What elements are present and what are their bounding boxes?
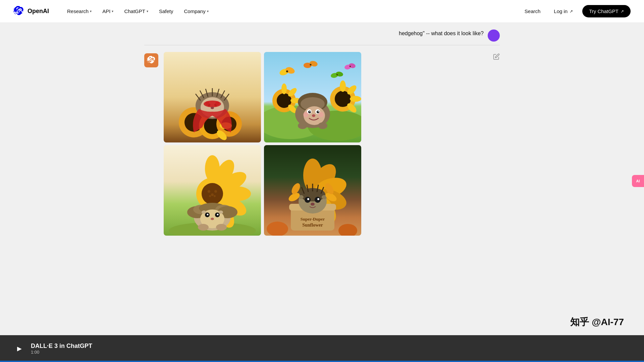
svg-point-23 [205,101,209,105]
openai-logo-icon [13,6,24,17]
chevron-down-icon: ▾ [207,9,209,13]
svg-point-121 [307,198,309,200]
svg-point-99 [216,224,227,231]
assistant-row: Super-Duper Sunflower [144,45,500,242]
image-cartoon-cute-svg [164,145,261,236]
nav-company[interactable]: Company ▾ [179,6,213,17]
nav-research-label: Research [67,8,89,14]
image-grid: Super-Duper Sunflower [164,52,362,236]
video-overlay: ▶ DALL·E 3 in ChatGPT 1:00 [0,335,644,362]
navbar-right: Search Log in ↗ Try ChatGPT ↗ [521,5,631,17]
svg-point-79 [214,190,217,193]
image-cartoon-field-svg [264,52,361,142]
external-link-icon: ↗ [570,9,573,14]
svg-point-67 [318,122,327,129]
side-floating-button[interactable]: AI [632,175,644,187]
nav-safety[interactable]: Safety [154,6,178,17]
svg-point-94 [217,214,219,216]
svg-point-65 [312,114,315,117]
svg-point-63 [303,112,309,117]
svg-point-66 [298,122,307,129]
svg-point-123 [311,203,315,206]
video-info: DALL·E 3 in ChatGPT 1:00 [31,343,92,355]
side-btn-label: AI [636,179,640,183]
logo-text: OpenAI [28,8,49,15]
chevron-down-icon: ▾ [90,9,92,13]
try-label: Try ChatGPT [589,8,619,14]
nav-api-label: API [102,8,110,14]
svg-point-106 [267,222,288,236]
search-button[interactable]: Search [521,6,545,17]
nav-research[interactable]: Research ▾ [62,6,96,17]
chatgpt-icon [147,56,156,65]
arrow-icon: ↗ [621,9,624,14]
svg-point-78 [208,190,210,193]
svg-point-95 [211,218,214,220]
svg-point-81 [209,195,211,197]
svg-point-31 [286,70,288,72]
video-title: DALL·E 3 in ChatGPT [31,343,92,350]
image-pot-svg: Super-Duper Sunflower [264,145,361,236]
chevron-down-icon: ▾ [147,9,148,13]
svg-point-93 [207,214,209,216]
watermark-text: 知乎 @AI-77 [570,316,624,328]
svg-point-24 [215,101,219,105]
image-superhero[interactable] [164,52,261,142]
play-button[interactable]: ▶ [13,343,25,355]
image-cartoon-field[interactable] [264,52,361,142]
svg-point-96 [202,210,206,214]
svg-point-49 [340,80,346,92]
svg-text:Super-Duper: Super-Duper [301,217,325,222]
nav-safety-label: Safety [159,8,173,14]
svg-point-98 [198,224,209,231]
main-content: hedgehog" -- what does it look like? [0,23,644,362]
svg-text:Sunflower: Sunflower [302,223,323,228]
nav-company-label: Company [184,8,205,14]
edit-icon [493,53,500,60]
svg-point-40 [350,66,351,67]
logo[interactable]: OpenAI [13,6,49,17]
svg-point-80 [211,193,214,196]
login-button[interactable]: Log in ↗ [550,6,577,17]
nav-links: Research ▾ API ▾ ChatGPT ▾ Safety Compan… [62,6,213,17]
svg-point-64 [318,112,324,117]
nav-chatgpt-label: ChatGPT [124,8,145,14]
user-message: hedgehog" -- what does it look like? [399,29,484,38]
svg-point-97 [218,210,223,214]
user-message-row: hedgehog" -- what does it look like? [144,23,500,45]
image-pot[interactable]: Super-Duper Sunflower [264,145,361,236]
login-label: Log in [554,8,568,14]
navbar-left: OpenAI Research ▾ API ▾ ChatGPT ▾ Safety… [13,6,213,17]
svg-point-122 [317,198,319,200]
chevron-down-icon: ▾ [112,9,113,13]
nav-api[interactable]: API ▾ [98,6,118,17]
svg-point-82 [214,195,216,197]
image-cartoon-cute[interactable] [164,145,261,236]
edit-button[interactable] [493,53,500,61]
svg-point-37 [336,74,338,75]
svg-point-43 [281,83,287,94]
try-chatgpt-button[interactable]: Try ChatGPT ↗ [582,5,631,17]
assistant-avatar [144,53,158,67]
chat-container: hedgehog" -- what does it look like? [138,23,506,242]
svg-point-25 [211,107,214,109]
svg-point-62 [318,111,319,112]
svg-point-51 [350,96,361,102]
svg-point-34 [310,64,312,66]
nav-chatgpt[interactable]: ChatGPT ▾ [119,6,153,17]
video-progress-bar[interactable] [0,361,644,362]
assistant-content: Super-Duper Sunflower [164,52,500,236]
user-avatar [488,29,500,42]
navbar: OpenAI Research ▾ API ▾ ChatGPT ▾ Safety… [0,0,644,23]
video-duration: 1:00 [31,350,92,355]
svg-point-61 [310,111,311,112]
image-superhero-svg [164,52,261,142]
